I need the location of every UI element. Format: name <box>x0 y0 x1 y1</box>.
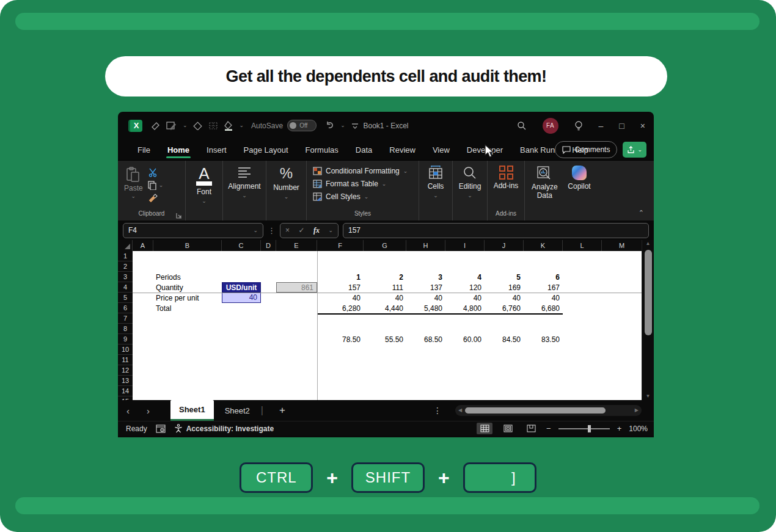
maximize-button[interactable]: □ <box>619 121 624 131</box>
cell-f6[interactable]: 6,280 <box>317 303 364 313</box>
row-header[interactable]: 9 <box>118 334 133 344</box>
view-page-break-button[interactable] <box>523 423 539 434</box>
cell-f5[interactable]: 40 <box>317 293 364 303</box>
row-header[interactable]: 6 <box>118 303 133 313</box>
customize-qat-icon[interactable] <box>351 123 359 129</box>
column-header[interactable]: E <box>276 240 317 251</box>
cut-icon[interactable] <box>148 168 158 177</box>
cell-k4[interactable]: 167 <box>524 282 563 293</box>
chevron-down-icon[interactable]: ⌄ <box>240 123 244 128</box>
cell-c5-selected[interactable]: 40 <box>222 293 261 303</box>
cell-i4[interactable]: 120 <box>445 282 485 293</box>
sheet-nav-forward-icon[interactable]: › <box>138 406 158 416</box>
column-header[interactable]: K <box>524 240 563 251</box>
view-normal-button[interactable] <box>477 423 492 434</box>
scroll-up-icon[interactable]: ▲ <box>646 241 651 246</box>
cell-f9[interactable]: 78.50 <box>317 334 364 344</box>
cell-g5[interactable]: 40 <box>364 293 406 303</box>
comments-button[interactable]: Comments <box>555 141 617 158</box>
vertical-scroll-thumb[interactable] <box>645 250 652 335</box>
row-header[interactable]: 3 <box>118 272 133 282</box>
cell-i6[interactable]: 4,800 <box>445 303 485 313</box>
cell-j4[interactable]: 169 <box>485 282 524 293</box>
scroll-down-icon[interactable]: ▼ <box>646 394 651 399</box>
cell-h6[interactable]: 5,480 <box>406 303 445 313</box>
cell-h4[interactable]: 137 <box>406 282 445 293</box>
search-icon[interactable] <box>517 121 527 131</box>
number-group[interactable]: %Number⌄ <box>266 161 307 220</box>
scroll-right-icon[interactable]: ▶ <box>635 408 639 413</box>
chevron-down-icon[interactable]: ⌄ <box>340 123 345 128</box>
zoom-in-icon[interactable]: + <box>617 424 622 433</box>
format-as-table-button[interactable]: Format as Table⌄ <box>313 180 408 188</box>
paste-button[interactable]: Paste ⌄ <box>118 166 148 199</box>
cells-group[interactable]: Cells⌄ <box>419 161 453 220</box>
borders-icon[interactable] <box>208 122 218 130</box>
cell-k9[interactable]: 83.50 <box>524 334 563 344</box>
column-header[interactable]: G <box>364 240 406 251</box>
cell-b5[interactable]: Price per unit <box>153 293 222 303</box>
cell-b4[interactable]: Quantity <box>153 282 222 293</box>
chevron-down-icon[interactable]: ⌄ <box>159 183 164 188</box>
macro-record-icon[interactable] <box>156 425 166 433</box>
undo-icon[interactable] <box>325 121 335 131</box>
cell-g9[interactable]: 55.50 <box>364 334 406 344</box>
cancel-icon[interactable]: × <box>285 226 290 235</box>
cell-h9[interactable]: 68.50 <box>406 334 445 344</box>
addins-button[interactable]: Add-ins <box>494 166 519 190</box>
row-header[interactable]: 12 <box>118 365 133 376</box>
tab-file[interactable]: File <box>129 139 159 160</box>
column-header[interactable]: C <box>222 240 261 251</box>
close-button[interactable]: × <box>640 121 645 131</box>
name-box[interactable]: F4 ⌄ <box>123 223 263 238</box>
tab-review[interactable]: Review <box>381 139 424 160</box>
cell-e4[interactable]: 861 <box>276 282 317 293</box>
view-page-layout-button[interactable] <box>500 423 516 434</box>
zoom-slider[interactable] <box>558 428 610 429</box>
row-header[interactable]: 1 <box>118 251 133 261</box>
cell-i9[interactable]: 60.00 <box>445 334 485 344</box>
column-header[interactable]: D <box>261 240 276 251</box>
cell-k6[interactable]: 6,680 <box>524 303 563 313</box>
column-header[interactable]: A <box>133 240 153 251</box>
enter-icon[interactable]: ✓ <box>298 226 304 235</box>
scroll-left-icon[interactable]: ◀ <box>458 408 462 413</box>
add-sheet-button[interactable]: + <box>279 404 285 417</box>
row-header[interactable]: 11 <box>118 355 133 365</box>
cell-styles-button[interactable]: Cell Styles⌄ <box>313 192 408 201</box>
zoom-out-icon[interactable]: − <box>546 424 551 433</box>
sheet-nav-back-icon[interactable]: ‹ <box>118 406 138 416</box>
alignment-group[interactable]: Alignment⌄ <box>223 161 266 220</box>
column-header[interactable]: F <box>317 240 364 251</box>
row-header[interactable]: 10 <box>118 344 133 355</box>
copy-icon[interactable] <box>148 181 157 190</box>
lightbulb-icon[interactable] <box>574 120 583 131</box>
select-all-button[interactable] <box>118 240 133 251</box>
minimize-button[interactable]: – <box>599 121 604 131</box>
cell-j9[interactable]: 84.50 <box>485 334 524 344</box>
cell-f3[interactable]: 1 <box>317 272 364 282</box>
tab-formulas[interactable]: Formulas <box>297 139 347 160</box>
chevron-down-icon[interactable]: ⌄ <box>183 123 188 128</box>
cells-area[interactable]: 1 2 3 Periods 1 2 3 4 5 6 <box>118 251 642 400</box>
column-header[interactable]: L <box>563 240 602 251</box>
column-header[interactable]: M <box>602 240 642 251</box>
eraser-icon[interactable] <box>193 122 203 130</box>
format-painter-icon[interactable] <box>151 121 161 131</box>
cell-h5[interactable]: 40 <box>406 293 445 303</box>
insert-function-icon[interactable]: fx <box>313 226 320 235</box>
cell-k5[interactable]: 40 <box>524 293 563 303</box>
tab-insert[interactable]: Insert <box>198 139 235 160</box>
tab-data[interactable]: Data <box>347 139 381 160</box>
row-header[interactable]: 7 <box>118 313 133 324</box>
chevron-down-icon[interactable]: ⌄ <box>328 228 333 233</box>
cell-k3[interactable]: 6 <box>524 272 563 282</box>
autosave-toggle[interactable]: Off <box>287 120 317 131</box>
column-header[interactable]: H <box>406 240 445 251</box>
row-header[interactable]: 2 <box>118 261 133 272</box>
copilot-button[interactable]: Copilot <box>568 166 590 191</box>
row-header[interactable]: 8 <box>118 324 133 334</box>
share-button[interactable]: ⌄ <box>623 142 646 158</box>
cell-g6[interactable]: 4,440 <box>364 303 406 313</box>
horizontal-scroll-thumb[interactable] <box>465 407 606 414</box>
